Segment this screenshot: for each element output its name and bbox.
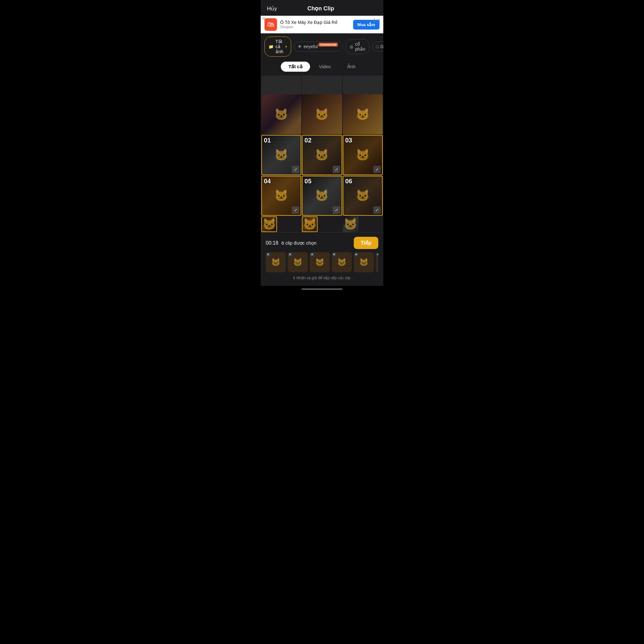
clip-thumb-2[interactable]: 🐱 ✕	[288, 252, 308, 272]
media-grid: 🐱 🐱 🐱 01 🐱 ⤢ 02 🐱 ⤢ 03	[261, 94, 383, 232]
expand-icon-04[interactable]: ⤢	[292, 206, 299, 214]
media-cell-g2[interactable]: 🐱	[302, 94, 342, 134]
expand-icon-06[interactable]: ⤢	[373, 206, 381, 214]
clip-number-06: 06	[345, 178, 352, 185]
media-cell-g1[interactable]: 🐱	[261, 94, 301, 134]
media-cell-g9[interactable]: 06 🐱 ⤢	[343, 176, 383, 216]
cat-icon-g2: 🐱	[302, 94, 342, 134]
expand-icon-05[interactable]: ⤢	[333, 206, 340, 214]
media-cell-g11[interactable]: 🐱	[302, 216, 318, 232]
expand-icon-01[interactable]: ⤢	[292, 166, 299, 173]
partial-media-row: 🐱 🐱 🐱	[261, 75, 383, 94]
media-cell-g6[interactable]: 03 🐱 ⤢	[343, 135, 383, 175]
cat-icon-g3: 🐱	[343, 94, 383, 134]
clip-thumb-3[interactable]: 🐱 ✕	[310, 252, 330, 272]
clip-thumb-1[interactable]: 🐱 ✕	[266, 252, 286, 272]
cat-icon-g1: 🐱	[261, 94, 301, 134]
clip-number-03: 03	[345, 137, 352, 144]
clip-thumb-5[interactable]: 🐱 ✕	[354, 252, 374, 272]
clip-thumb-6[interactable]: 🐱 ✕	[376, 252, 378, 272]
media-cell-g10[interactable]: 🐱	[261, 216, 277, 232]
media-cell-g8[interactable]: 05 🐱 ⤢	[302, 176, 342, 216]
media-cell-g12[interactable]: 🐱	[343, 216, 358, 232]
clip-number-04: 04	[264, 178, 271, 185]
media-cell-g7[interactable]: 04 🐱 ⤢	[261, 176, 301, 216]
partial-cell-3[interactable]: 🐱	[343, 75, 383, 94]
clip-number-05: 05	[304, 178, 311, 185]
main-content: 📁 Tất cả ảnh ▾ 👁 eeyeful Commercial ◎ cổ…	[261, 33, 383, 232]
cat-icon-g12: 🐱	[343, 216, 358, 232]
media-cell-g5[interactable]: 02 🐱 ⤢	[302, 135, 342, 175]
clip-remove-6[interactable]: ✕	[376, 252, 378, 257]
clip-thumb-4[interactable]: 🐱 ✕	[332, 252, 352, 272]
clip-number-01: 01	[264, 137, 271, 144]
cat-icon-g11: 🐱	[302, 216, 318, 232]
media-cell-g3[interactable]: 🐱	[343, 94, 383, 134]
media-cell-g4[interactable]: 01 🐱 ⤢	[261, 135, 301, 175]
cat-icon-g10: 🐱	[261, 216, 277, 232]
cat-icon-3: 🐱	[343, 75, 383, 94]
clip-number-02: 02	[304, 137, 311, 144]
expand-icon-02[interactable]: ⤢	[333, 166, 340, 173]
selected-clips-row: 🐱 ✕ 🐱 ✕ 🐱 ✕ 🐱 ✕	[266, 252, 378, 274]
expand-icon-03[interactable]: ⤢	[373, 166, 381, 173]
phone-container: Hủy Chọn Clip AD 🛍 Ô Tô Xe Máy Xe Đạp Gi…	[261, 0, 383, 292]
